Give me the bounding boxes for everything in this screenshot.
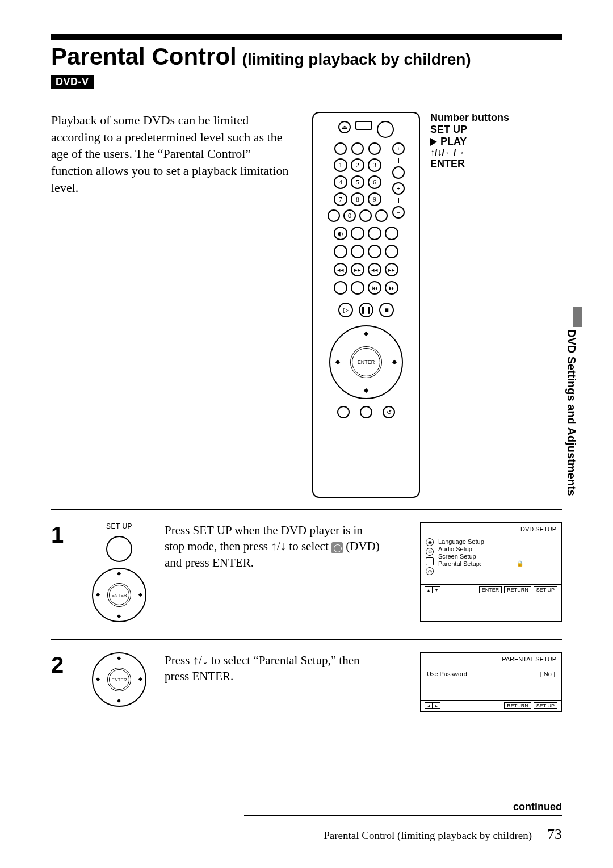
disc-icon: ◉ — [426, 538, 434, 546]
continued-rule — [244, 815, 562, 816]
label-play-text: PLAY — [440, 136, 467, 148]
setup-label: SET UP — [106, 522, 132, 530]
rewind-icon: ◂◂ — [368, 263, 381, 276]
fastfwd-icon: ▸▸ — [385, 263, 398, 276]
label-arrows: ↑/↓/←/→ — [430, 148, 509, 158]
rewind-icon: ◂◂ — [334, 263, 347, 276]
arrows-text: ↑/↓ — [271, 539, 286, 553]
return-icon: ↺ — [383, 406, 395, 418]
key-8: 8 — [351, 192, 364, 206]
plus-icon: + — [392, 142, 405, 155]
list-item: Screen Setup — [438, 553, 523, 560]
minus-icon: − — [392, 166, 405, 179]
step-number: 2 — [51, 652, 74, 712]
page-number: 73 — [540, 826, 562, 843]
right-icon: ▸ — [433, 702, 440, 709]
continued-label: continued — [513, 801, 562, 813]
footer-button: SET UP — [534, 702, 557, 709]
label-enter: ENTER — [430, 158, 509, 170]
dpad-icon: ENTER — [92, 652, 146, 707]
enter-icon: ENTER — [107, 668, 131, 691]
circle-icon: ◐ — [334, 227, 347, 240]
top-rule — [51, 34, 562, 40]
key-1: 1 — [334, 158, 347, 172]
row-value: [ No ] — [540, 670, 555, 677]
up-icon: ▴ — [425, 586, 433, 593]
play-icon: ▷ — [338, 303, 353, 317]
step-2: 2 ENTER Press ↑/↓ to select “Parental Se… — [51, 639, 562, 729]
play-triangle-icon — [430, 138, 437, 146]
down-icon: ▾ — [433, 586, 440, 593]
number-keypad: 1 2 3 4 5 6 7 8 9 — [334, 158, 381, 206]
page-subtitle: (limiting playback by children) — [242, 51, 471, 69]
footer-button: SET UP — [534, 586, 557, 593]
circle-icon — [334, 245, 347, 258]
setup-button-icon — [106, 536, 132, 562]
circle-icon — [351, 281, 364, 295]
screen-dvd-setup: DVD SETUP ◉ ⚙ ◷ Language Setup Audio Set… — [420, 522, 562, 622]
left-arrow-icon — [335, 360, 340, 364]
up-arrow-icon — [364, 332, 368, 336]
key-7: 7 — [334, 192, 347, 206]
page-footer: continued Parental Control (limiting pla… — [51, 801, 562, 843]
fastfwd-icon: ▸▸ — [351, 263, 364, 276]
plus-icon: + — [392, 182, 405, 195]
key-0: 0 — [343, 209, 356, 222]
page-title: Parental Control — [51, 43, 237, 70]
list-item: Language Setup — [438, 538, 523, 545]
gear-icon: ⚙ — [426, 548, 434, 556]
left-icon: ◂ — [425, 702, 433, 709]
circle-icon — [337, 406, 350, 418]
key-5: 5 — [351, 175, 364, 189]
side-tab-label: DVD Settings and Adjustments — [565, 329, 578, 496]
step-1-text: Press SET UP when the DVD player is in s… — [165, 522, 380, 622]
scan-row: ◂◂▸▸◂◂▸▸ — [334, 263, 398, 276]
prev-icon: ⏮ — [368, 281, 381, 295]
dvd-v-badge: DVD-V — [51, 75, 94, 89]
list-item: Audio Setup — [438, 546, 523, 552]
function-row-2 — [334, 245, 398, 258]
dpad-icon: ENTER — [92, 568, 146, 622]
footer-caption: Parental Control (limiting playback by c… — [324, 829, 532, 842]
clock-icon: ◷ — [426, 567, 434, 575]
text: Press — [165, 653, 193, 667]
list-item: Parental Setup:🔒 — [438, 560, 523, 567]
row-label: Use Password — [427, 670, 467, 677]
circle-icon — [351, 227, 364, 240]
remote-labels: Number buttons SET UP PLAY ↑/↓/←/→ ENTER — [430, 112, 509, 498]
footer-button: ENTER — [479, 586, 502, 593]
circle-icon — [385, 227, 398, 240]
enter-icon: ENTER — [107, 583, 131, 607]
remote-outline: ⏏ 1 2 3 4 5 6 7 8 9 — [312, 112, 420, 498]
circle-icon — [359, 209, 372, 222]
minus-icon: − — [392, 206, 405, 219]
eject-icon: ⏏ — [338, 121, 351, 133]
step-2-text: Press ↑/↓ to select “Parental Setup,” th… — [165, 652, 380, 712]
circle-icon — [360, 406, 372, 418]
label-play: PLAY — [430, 136, 509, 148]
power-icon — [377, 121, 394, 138]
screen-parental-setup: PARENTAL SETUP Use Password [ No ] ◂▸ RE… — [420, 652, 562, 712]
transport-row: ▷ ❚❚ ■ — [338, 303, 394, 317]
footer-button: RETURN — [504, 702, 531, 709]
footer-button: RETURN — [504, 586, 531, 593]
key-4: 4 — [334, 175, 347, 189]
enter-button-icon: ENTER — [350, 346, 382, 378]
key-9: 9 — [368, 192, 381, 206]
skip-row: ⏮⏭ — [334, 281, 398, 295]
down-arrow-icon — [364, 388, 368, 393]
screen-header: PARENTAL SETUP — [421, 653, 561, 665]
arrows-text: ↑/↓ — [193, 653, 208, 667]
circle-icon — [328, 209, 340, 222]
divider — [51, 729, 562, 729]
video-icon — [426, 557, 434, 565]
step-1: 1 SET UP ENTER Press SET UP when the DVD… — [51, 509, 562, 639]
label-number-buttons: Number buttons — [430, 112, 509, 124]
pause-icon: ❚❚ — [359, 303, 373, 317]
display-icon — [355, 121, 372, 130]
key-2: 2 — [351, 158, 364, 172]
circle-icon — [385, 245, 398, 258]
circle-icon — [368, 227, 381, 240]
lock-icon: 🔒 — [517, 560, 523, 567]
circle-icon — [368, 245, 381, 258]
